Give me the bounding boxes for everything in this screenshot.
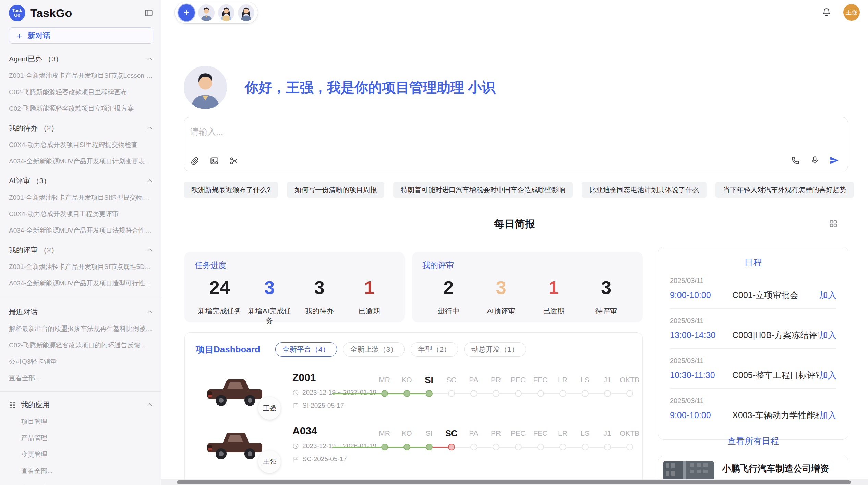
stat-label: 已逾期 bbox=[345, 306, 395, 316]
project-dates: 2023-12-19 ~ 2026-01-19 bbox=[292, 442, 373, 450]
section-count: （3） bbox=[32, 176, 51, 186]
logo-text-bottom: Go bbox=[14, 13, 20, 18]
milestone-label: MR bbox=[373, 374, 396, 386]
sidebar-shortcut-cloud[interactable]: 我的云空间 bbox=[9, 484, 153, 485]
agent-avatar-3[interactable] bbox=[238, 4, 254, 21]
app-menu-item[interactable]: 变更管理 bbox=[21, 450, 153, 459]
send-icon[interactable] bbox=[829, 155, 840, 165]
milestone-label: LS bbox=[574, 427, 596, 439]
stat-card: 任务进度24新增完成任务3新增AI完成任务3我的待办1已逾期 bbox=[184, 252, 405, 322]
phone-call-icon[interactable] bbox=[791, 156, 800, 165]
dashboard-title: 项目Dashboard bbox=[196, 344, 260, 356]
sidebar-section-header[interactable]: 我的待办（2） bbox=[9, 123, 153, 133]
sidebar-section-header[interactable]: Agent已办（3） bbox=[9, 54, 153, 64]
milestone-dot bbox=[582, 444, 589, 450]
message-input[interactable] bbox=[190, 122, 671, 141]
stat-cards-row: 任务进度24新增完成任务3新增AI完成任务3我的待办1已逾期我的评审2进行中3A… bbox=[184, 252, 643, 322]
horizontal-scrollbar-thumb[interactable] bbox=[177, 480, 851, 484]
schedule-view-all-link[interactable]: 查看所有日程 bbox=[670, 435, 836, 447]
stat-cell: 3我的待办 bbox=[294, 273, 345, 325]
project-code: Z001 bbox=[292, 372, 373, 383]
sidebar-task-item[interactable]: C02-飞腾新能源轻客改款项目里程碑画布 bbox=[9, 88, 153, 97]
my-apps-header[interactable]: 我的应用 bbox=[9, 400, 153, 410]
project-dates: 2023-12-19 ~ 2027-01-19 bbox=[292, 389, 373, 396]
recent-view-all-link[interactable]: 查看全部... bbox=[9, 374, 153, 383]
recent-chats-title: 最近对话 bbox=[9, 307, 38, 317]
divider bbox=[0, 391, 161, 392]
milestone-dot bbox=[426, 390, 433, 397]
sidebar-task-item[interactable]: C0X4-动力总成开发项目SI里程碑提交物检查 bbox=[9, 140, 153, 149]
user-avatar[interactable]: 王强 bbox=[843, 4, 860, 21]
suggestion-chip[interactable]: 比亚迪全固态电池计划具体说了什么 bbox=[582, 182, 707, 198]
microphone-icon[interactable] bbox=[810, 156, 820, 165]
sidebar-task-item[interactable]: A034-全新新能源MUV产品开发项目造型可行性评审 bbox=[9, 279, 153, 288]
new-chat-button[interactable]: ＋ 新对话 bbox=[9, 27, 153, 44]
milestone-label: LR bbox=[552, 427, 574, 439]
project-flag-text: SI-2025-05-17 bbox=[302, 402, 344, 409]
schedule-date: 2025/03/11 bbox=[670, 357, 836, 365]
recent-chat-item[interactable]: 公司Q3轻卡销量 bbox=[9, 357, 153, 366]
recent-chat-item[interactable]: 解释最新出台的欧盟报废车法规再生塑料比例被调至15%... bbox=[9, 324, 153, 333]
news-title: 小鹏飞行汽车制造公司增资 bbox=[722, 463, 848, 475]
app-menu-item[interactable]: 项目管理 bbox=[21, 417, 153, 426]
chevron-up-icon bbox=[146, 401, 153, 408]
stat-label: 我的待办 bbox=[294, 306, 345, 316]
suggestion-chip[interactable]: 欧洲新规最近颁布了什么? bbox=[184, 182, 278, 198]
schedule-join-link[interactable]: 加入 bbox=[819, 370, 836, 381]
apps-view-all-link[interactable]: 查看全部... bbox=[21, 467, 153, 475]
stat-label: 待评审 bbox=[580, 306, 632, 316]
stat-cell: 1已逾期 bbox=[345, 273, 395, 325]
dashboard-tab[interactable]: 全新上装（3） bbox=[343, 342, 405, 357]
stat-label: 新增AI完成任务 bbox=[245, 306, 295, 325]
stat-label: AI预评审 bbox=[475, 306, 527, 316]
attachment-icon[interactable] bbox=[190, 156, 200, 165]
milestone-cell: OKTB bbox=[618, 427, 641, 450]
schedule-item-row: 10:30-11:30C005-整车工程目标评审加入 bbox=[670, 370, 836, 381]
dashboard-tab[interactable]: 年型（2） bbox=[411, 342, 458, 357]
schedule-join-link[interactable]: 加入 bbox=[819, 289, 836, 301]
agent-avatar-1[interactable] bbox=[198, 4, 215, 21]
dashboard-tab[interactable]: 动总开发（1） bbox=[464, 342, 526, 357]
sidebar-section-header[interactable]: 我的评审（2） bbox=[9, 245, 153, 255]
notification-bell-icon[interactable] bbox=[821, 7, 832, 17]
scissors-icon[interactable] bbox=[229, 156, 239, 165]
schedule-name: C003|H0B-方案冻结评审 bbox=[732, 329, 819, 341]
dashboard-tab[interactable]: 全新平台（4） bbox=[275, 342, 337, 357]
sidebar-task-item[interactable]: C0X4-动力总成开发项目工程变更评审 bbox=[9, 210, 153, 219]
sidebar-task-item[interactable]: Z001-全新燃油轻卡产品开发项目SI节点属性5D文件评审 bbox=[9, 262, 153, 271]
schedule-time: 9:00-10:00 bbox=[670, 410, 729, 420]
milestone-label: SC bbox=[440, 374, 462, 386]
project-row[interactable]: 王强A0342023-12-19 ~ 2026-01-19SC-2025-05-… bbox=[196, 425, 642, 473]
sidebar-task-item[interactable]: C02-飞腾新能源轻客改款项目立项汇报方案 bbox=[9, 104, 153, 113]
schedule-date: 2025/03/11 bbox=[670, 397, 836, 405]
right-column: 日程 2025/03/119:00-10:00C001-立项审批会加入2025/… bbox=[658, 247, 848, 485]
stat-value: 3 bbox=[580, 277, 632, 298]
sidebar-task-item[interactable]: A034-全新新能源MUV产品开发项目计划变更表编写 bbox=[9, 157, 153, 166]
project-info: A0342023-12-19 ~ 2026-01-19SC-2025-05-17 bbox=[292, 425, 373, 463]
apps-grid-icon bbox=[9, 401, 16, 409]
sidebar-task-item[interactable]: Z001-全新燃油皮卡产品开发项目SI节点Lesson Learn报告 bbox=[9, 71, 153, 80]
milestone-label: PEC bbox=[507, 427, 529, 439]
schedule-join-link[interactable]: 加入 bbox=[819, 329, 836, 341]
suggestion-chip[interactable]: 特朗普可能对进口汽车增税会对中国车企造成哪些影响 bbox=[393, 182, 573, 198]
recent-chats-header[interactable]: 最近对话 bbox=[9, 307, 153, 317]
image-upload-icon[interactable] bbox=[210, 156, 219, 165]
stat-value: 3 bbox=[294, 277, 345, 298]
chevron-up-icon bbox=[146, 309, 153, 315]
schedule-join-link[interactable]: 加入 bbox=[819, 410, 836, 421]
sidebar-collapse-icon[interactable] bbox=[144, 9, 153, 17]
milestone-label: LR bbox=[552, 374, 574, 386]
recent-chat-item[interactable]: C02-飞腾新能源轻客改款项目的闭环通告反馈情况 bbox=[9, 341, 153, 350]
sidebar-task-item[interactable]: A034-全新新能源MUV产品开发项目法规符合性评审 bbox=[9, 226, 153, 235]
app-menu-item[interactable]: 产品管理 bbox=[21, 434, 153, 443]
agent-avatar-2[interactable] bbox=[218, 4, 234, 21]
add-agent-button[interactable] bbox=[178, 4, 195, 21]
stat-card-title: 我的评审 bbox=[422, 260, 632, 271]
stat-cell: 2进行中 bbox=[422, 273, 475, 316]
sidebar-section-header[interactable]: AI评审（3） bbox=[9, 176, 153, 186]
brief-layout-icon[interactable] bbox=[829, 219, 838, 228]
suggestion-chip[interactable]: 如何写一份清晰的项目周报 bbox=[287, 182, 384, 198]
suggestion-chip[interactable]: 当下年轻人对汽车外观有怎样的喜好趋势 bbox=[715, 182, 854, 198]
project-row[interactable]: 王强Z0012023-12-19 ~ 2027-01-19SI-2025-05-… bbox=[196, 372, 642, 420]
sidebar-task-item[interactable]: Z001-全新燃油轻卡产品开发项目SI造型提交物评审 bbox=[9, 193, 153, 202]
